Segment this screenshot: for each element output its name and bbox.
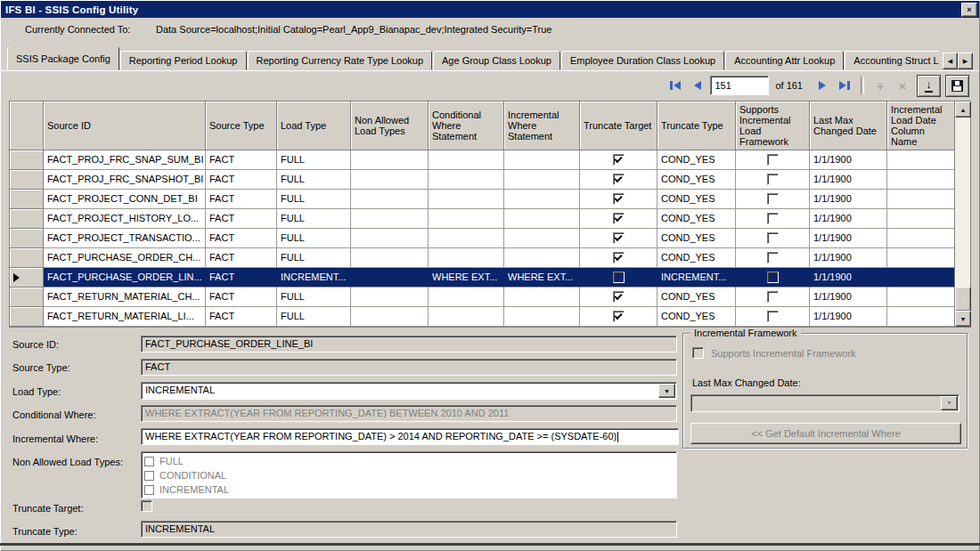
table-row[interactable]: FACT_PROJECT_TRANSACTIO...FACTFULLCOND_Y…: [10, 229, 955, 248]
cell-load-type[interactable]: FULL: [277, 209, 351, 229]
cell-cond-where[interactable]: WHERE EXT...: [429, 268, 504, 288]
cell-truncate-type[interactable]: COND_YES: [657, 190, 736, 209]
cell-cond-where[interactable]: [429, 307, 504, 327]
cell-source-type[interactable]: FACT: [206, 307, 277, 327]
cell-last-max-changed[interactable]: 1/1/1900: [810, 190, 887, 209]
truncate-target-checkbox[interactable]: [613, 193, 625, 205]
cell-incr-where[interactable]: [504, 209, 580, 229]
cell-cond-where[interactable]: [429, 229, 504, 248]
row-selector[interactable]: [10, 288, 44, 307]
supports-framework-checkbox[interactable]: [767, 154, 779, 166]
truncate-target-checkbox[interactable]: [613, 291, 625, 303]
column-header-truncate-type[interactable]: Truncate Type: [657, 101, 736, 150]
previous-record-button[interactable]: [688, 76, 707, 95]
cell-non-allowed[interactable]: [351, 268, 429, 288]
truncate-target-checkbox[interactable]: [613, 232, 625, 244]
supports-framework-checkbox[interactable]: [767, 252, 779, 263]
cell-cond-where[interactable]: [429, 170, 504, 190]
cell-truncate-target[interactable]: [580, 190, 657, 209]
column-header-load-type[interactable]: Load Type: [277, 101, 351, 150]
cell-incr-load-col[interactable]: [887, 170, 955, 190]
cell-source-id[interactable]: FACT_RETURN_MATERIAL_CH...: [44, 288, 206, 307]
supports-framework-checkbox[interactable]: [767, 174, 779, 185]
load-type-dropdown-button[interactable]: ▼: [658, 384, 675, 398]
supports-framework-checkbox[interactable]: [767, 291, 779, 303]
column-header-cond-where[interactable]: Conditional Where Statement: [429, 101, 504, 150]
cell-non-allowed[interactable]: [351, 248, 429, 268]
cell-non-allowed[interactable]: [351, 170, 429, 190]
cell-non-allowed[interactable]: [351, 288, 429, 307]
cell-incr-where[interactable]: [504, 190, 580, 209]
row-selector[interactable]: [10, 248, 44, 268]
cell-non-allowed[interactable]: [351, 209, 429, 229]
cell-source-id[interactable]: FACT_PROJECT_TRANSACTIO...: [44, 229, 206, 248]
row-selector[interactable]: [10, 190, 44, 209]
cell-incr-where[interactable]: [504, 307, 580, 327]
cell-truncate-target[interactable]: [580, 150, 657, 170]
cell-truncate-target[interactable]: [580, 288, 657, 307]
cell-source-type[interactable]: FACT: [206, 190, 277, 209]
cell-cond-where[interactable]: [429, 288, 504, 307]
cell-incr-load-col[interactable]: [887, 229, 955, 248]
cell-source-type[interactable]: FACT: [206, 150, 277, 170]
load-type-combobox[interactable]: INCREMENTAL ▼: [141, 382, 677, 400]
column-header-non-allowed[interactable]: Non Allowed Load Types: [351, 101, 429, 150]
cell-source-id[interactable]: FACT_PROJ_FRC_SNAPSHOT_BI: [44, 170, 206, 190]
first-record-button[interactable]: [666, 76, 685, 95]
cell-source-type[interactable]: FACT: [206, 170, 277, 190]
table-row[interactable]: FACT_PROJ_FRC_SNAPSHOT_BIFACTFULLCOND_YE…: [10, 170, 955, 190]
tab-ssis-package-config[interactable]: SSIS Package Config: [7, 47, 119, 70]
cell-cond-where[interactable]: [429, 209, 504, 229]
cell-cond-where[interactable]: [429, 190, 504, 209]
cell-supports-framework[interactable]: [736, 190, 810, 209]
cell-truncate-target[interactable]: [580, 170, 657, 190]
cell-supports-framework[interactable]: [736, 307, 810, 327]
close-button[interactable]: ×: [961, 3, 977, 17]
cell-load-type[interactable]: FULL: [277, 150, 351, 170]
cell-supports-framework[interactable]: [736, 209, 810, 229]
cell-incr-where[interactable]: [504, 150, 580, 170]
cell-last-max-changed[interactable]: 1/1/1900: [810, 209, 887, 229]
table-row[interactable]: FACT_RETURN_MATERIAL_LI...FACTFULLCOND_Y…: [10, 307, 955, 327]
cell-source-type[interactable]: FACT: [206, 268, 277, 288]
cell-incr-load-col[interactable]: [887, 150, 955, 170]
row-selector-current[interactable]: [10, 268, 44, 288]
column-header-incr-where[interactable]: Incremental Where Statement: [504, 101, 580, 150]
cell-incr-load-col[interactable]: [887, 307, 955, 327]
cell-incr-load-col[interactable]: [887, 190, 955, 209]
cell-source-id[interactable]: FACT_PROJ_FRC_SNAP_SUM_BI: [44, 150, 206, 170]
cell-truncate-type[interactable]: COND_YES: [657, 307, 736, 327]
tab-scroll-left-button[interactable]: ◀: [943, 53, 958, 69]
cell-truncate-type[interactable]: COND_YES: [657, 150, 736, 170]
grid-vertical-scrollbar[interactable]: ▲ ▼: [954, 101, 970, 327]
cell-load-type[interactable]: INCREMENT...: [277, 268, 351, 288]
cell-incr-where[interactable]: [504, 248, 580, 268]
cell-last-max-changed[interactable]: 1/1/1900: [810, 248, 887, 268]
cell-supports-framework[interactable]: [736, 248, 810, 268]
cell-source-id[interactable]: FACT_RETURN_MATERIAL_LI...: [44, 307, 206, 327]
cell-incr-load-col[interactable]: [887, 268, 955, 288]
scroll-up-button[interactable]: ▲: [955, 101, 971, 117]
column-header-truncate-target[interactable]: Truncate Target: [580, 101, 657, 150]
record-number-input[interactable]: [710, 76, 769, 95]
column-header-incr-load-col[interactable]: Incremental Load Date Column Name: [887, 101, 955, 150]
cell-source-id[interactable]: FACT_PURCHASE_ORDER_LIN...: [44, 268, 206, 288]
cell-truncate-type[interactable]: COND_YES: [657, 229, 736, 248]
cell-source-id[interactable]: FACT_PURCHASE_ORDER_CH...: [44, 248, 206, 268]
supports-framework-checkbox[interactable]: [767, 213, 779, 224]
truncate-target-checkbox[interactable]: [613, 271, 625, 283]
table-row[interactable]: FACT_RETURN_MATERIAL_CH...FACTFULLCOND_Y…: [10, 288, 955, 307]
cell-source-id[interactable]: FACT_PROJECT_HISTORY_LO...: [44, 209, 206, 229]
cell-truncate-target[interactable]: [580, 248, 657, 268]
tab-accounting-attr-lookup[interactable]: Accounting Attr Lookup: [725, 51, 844, 70]
cell-cond-where[interactable]: [429, 248, 504, 268]
cell-incr-where[interactable]: [504, 229, 580, 248]
cell-truncate-target[interactable]: [580, 229, 657, 248]
truncate-target-checkbox[interactable]: [141, 500, 152, 512]
cell-supports-framework[interactable]: [736, 170, 810, 190]
cell-load-type[interactable]: FULL: [277, 170, 351, 190]
cell-cond-where[interactable]: [429, 150, 504, 170]
row-selector[interactable]: [10, 209, 44, 229]
cell-truncate-target[interactable]: [580, 209, 657, 229]
cell-supports-framework[interactable]: [736, 288, 810, 307]
